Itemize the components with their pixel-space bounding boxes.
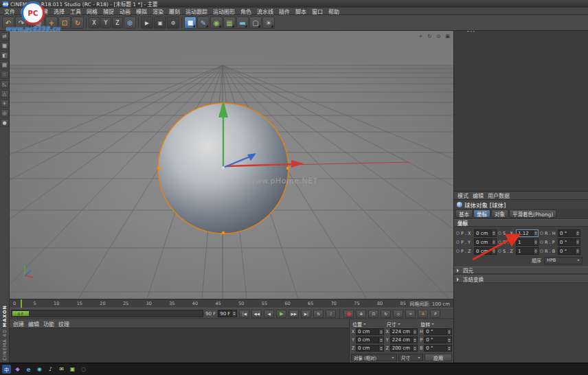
attribute-menu-edit[interactable]: 编辑 <box>471 192 486 199</box>
gizmo-origin[interactable] <box>222 166 225 169</box>
model-mode-button[interactable]: ▦ <box>1 42 9 50</box>
menu-item-edit[interactable]: 编辑 <box>18 8 34 15</box>
spinner[interactable] <box>378 345 383 351</box>
axis-y-button[interactable]: Y <box>100 17 111 28</box>
spinner[interactable] <box>491 230 496 236</box>
key-pla-button[interactable]: ≈ <box>405 310 416 318</box>
workplane-mode-button[interactable]: ▤ <box>1 61 9 69</box>
subdivision-surface-button[interactable]: ◉ <box>210 16 223 29</box>
floor-button[interactable]: ▬ <box>236 16 249 29</box>
toggle-view-icon[interactable]: ▣ <box>444 32 451 40</box>
attribute-menu-userdata[interactable]: 用户数据 <box>486 192 512 199</box>
position-y-field[interactable]: 0 cm <box>356 337 384 343</box>
live-selection-icon[interactable]: ◎ <box>32 16 45 29</box>
points-mode-button[interactable]: ∴ <box>1 71 9 79</box>
scale-tool-icon[interactable]: ⊡ <box>58 16 71 29</box>
menu-item-pipeline[interactable]: 流水线 <box>254 8 276 15</box>
frame-ruler[interactable]: 0 5 10 15 20 25 30 35 40 45 50 55 60 65 … <box>10 299 453 308</box>
quaternion-section-header[interactable]: 四元 <box>454 266 588 274</box>
spline-pen-button[interactable]: ✎ <box>197 16 210 29</box>
pz-field[interactable]: 0 cm <box>474 247 497 255</box>
light-button[interactable]: ☀ <box>262 16 275 29</box>
anim-dot-icon[interactable] <box>498 240 501 244</box>
playhead-marker[interactable] <box>21 299 22 308</box>
freeze-transform-section-header[interactable]: 冻结变换 <box>454 275 588 283</box>
taskbar-media-icon[interactable]: ♪ <box>46 365 55 374</box>
anim-dot-icon[interactable] <box>456 249 460 253</box>
position-x-field[interactable]: 0 cm <box>356 328 384 335</box>
taskbar-ime-icon[interactable]: 中 <box>2 365 11 374</box>
material-menu-function[interactable]: 功能 <box>41 320 56 328</box>
size-mode-select[interactable]: 尺寸 <box>398 354 423 361</box>
menu-item-select[interactable]: 选择 <box>51 8 67 15</box>
key-scale-button[interactable]: ⊡ <box>368 310 378 318</box>
end-frame-value[interactable]: 90 F <box>218 311 231 317</box>
redo-icon[interactable]: ↷ <box>15 16 27 29</box>
object-tree[interactable]: 球体 <box>454 23 588 191</box>
viewport-filter-button[interactable]: ● <box>1 119 9 127</box>
rp-field[interactable]: 0 ° <box>558 238 580 246</box>
coordinate-system-icon[interactable]: ⊕ <box>124 16 136 29</box>
anim-dot-icon[interactable] <box>498 231 501 235</box>
spinner[interactable] <box>491 239 496 245</box>
spinner[interactable] <box>575 248 580 254</box>
spinner[interactable] <box>412 329 417 334</box>
enable-axis-button[interactable]: + <box>1 100 9 108</box>
rotation-h-field[interactable]: 0 ° <box>424 328 452 335</box>
menu-item-tools[interactable]: 工具 <box>67 8 84 15</box>
spinner[interactable] <box>378 329 383 334</box>
spinner[interactable] <box>533 248 538 254</box>
prev-frame-button[interactable]: ◀ <box>264 310 274 318</box>
size-x-field[interactable]: 224 cm <box>390 328 418 335</box>
spinner[interactable] <box>446 329 451 334</box>
menu-item-create[interactable]: 创建 <box>34 8 51 15</box>
polygons-mode-button[interactable]: △ <box>1 90 9 98</box>
py-field[interactable]: 0 cm <box>474 238 497 246</box>
menu-item-window[interactable]: 窗口 <box>309 8 326 15</box>
menu-item-snap[interactable]: 捕捉 <box>100 8 117 15</box>
taskbar-browser-icon[interactable]: e <box>24 365 33 374</box>
spinner[interactable] <box>533 230 538 236</box>
render-view-button[interactable]: ▶ <box>141 16 153 29</box>
menu-item-render[interactable]: 渲染 <box>150 8 166 15</box>
tab-basic[interactable]: 基本 <box>455 209 473 218</box>
menu-item-script[interactable]: 脚本 <box>293 8 309 15</box>
rotation-b-field[interactable]: 0 ° <box>424 345 452 352</box>
end-frame-field[interactable]: 90 F <box>218 310 237 317</box>
size-header[interactable]: 尺寸 <box>385 321 418 328</box>
goto-end-button[interactable]: ▶| <box>301 310 311 318</box>
loop-mode-button[interactable]: ↻ <box>313 310 324 318</box>
texture-mode-button[interactable]: ◧ <box>1 52 9 60</box>
spinner[interactable] <box>533 239 538 245</box>
record-button[interactable]: ● <box>343 310 354 318</box>
camera-button[interactable]: ▢ <box>249 16 262 29</box>
timeline-thumb[interactable]: 0 F <box>12 311 29 316</box>
coordinates-section-header[interactable]: 坐标 <box>454 219 588 227</box>
material-menu-texture[interactable]: 纹理 <box>56 320 71 328</box>
menu-item-file[interactable]: 文件 <box>1 8 18 15</box>
taskbar-app-icon[interactable]: ◉ <box>35 365 44 374</box>
taskbar-volume-icon[interactable]: ◌ <box>79 365 88 374</box>
spinner[interactable] <box>446 337 451 343</box>
sound-button[interactable]: ♪ <box>326 310 336 318</box>
make-editable-button[interactable]: ⇄ <box>1 32 9 41</box>
anim-dot-icon[interactable] <box>456 240 460 244</box>
menu-item-simulate[interactable]: 模拟 <box>133 8 150 15</box>
next-frame-button[interactable]: ▶▶ <box>289 310 299 318</box>
orbit-view-icon[interactable]: ↻ <box>426 32 433 40</box>
edges-mode-button[interactable]: ◺ <box>1 80 9 89</box>
size-z-field[interactable]: 200 cm <box>390 345 418 352</box>
end-frame-spinner[interactable] <box>231 310 236 317</box>
spinner[interactable] <box>575 239 580 245</box>
axis-z-button[interactable]: Z <box>112 17 123 28</box>
axis-x-button[interactable]: X <box>89 17 100 28</box>
material-list-area[interactable] <box>10 328 349 363</box>
taskbar-app-icon[interactable]: ◆ <box>13 365 22 374</box>
menu-item-character[interactable]: 角色 <box>238 8 254 15</box>
tab-object[interactable]: 对象 <box>491 209 508 218</box>
anim-dot-icon[interactable] <box>498 249 501 253</box>
spinner[interactable] <box>412 337 417 343</box>
dolly-view-icon[interactable]: ⊙ <box>435 32 442 40</box>
rh-field[interactable]: 0 ° <box>558 229 580 237</box>
prev-key-button[interactable]: ◀◀ <box>251 310 262 318</box>
